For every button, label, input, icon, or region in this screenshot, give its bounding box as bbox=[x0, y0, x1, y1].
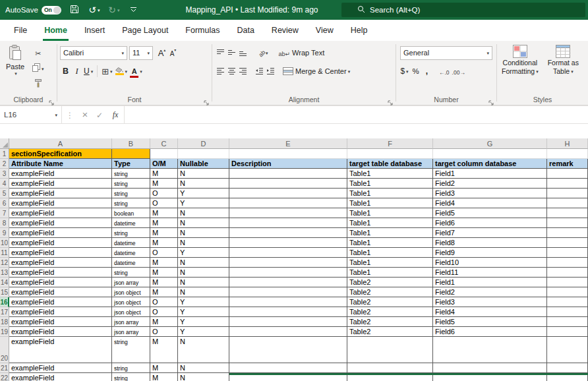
cell-F17[interactable]: Table2 bbox=[347, 307, 433, 317]
cell-B13[interactable]: string bbox=[112, 268, 150, 278]
cell-D9[interactable]: N bbox=[178, 228, 229, 238]
cell-G8[interactable]: Field6 bbox=[433, 218, 547, 228]
row-header-4[interactable]: 4 bbox=[0, 179, 9, 189]
column-header-H[interactable]: H bbox=[547, 138, 588, 149]
cell-H16[interactable] bbox=[547, 297, 588, 307]
cell-E4[interactable] bbox=[229, 179, 347, 189]
cell-C17[interactable]: O bbox=[150, 307, 178, 317]
cell-D13[interactable]: N bbox=[178, 268, 229, 278]
cell-H19[interactable] bbox=[547, 327, 588, 337]
currency-format-button[interactable]: $ bbox=[399, 65, 410, 78]
cell-C7[interactable]: M bbox=[150, 208, 178, 218]
cell-F7[interactable]: Table1 bbox=[347, 208, 433, 218]
cell-G17[interactable]: Field4 bbox=[433, 307, 547, 317]
alignment-dialog-launcher[interactable] bbox=[388, 97, 394, 103]
tab-view[interactable]: View bbox=[307, 20, 342, 41]
cell-G5[interactable]: Field3 bbox=[433, 189, 547, 198]
cell-H9[interactable] bbox=[547, 228, 588, 238]
cell-G1[interactable] bbox=[433, 149, 547, 159]
cell-H17[interactable] bbox=[547, 307, 588, 317]
cell-A2[interactable]: Attribute Name bbox=[9, 159, 112, 169]
font-name-select[interactable]: Calibri bbox=[60, 46, 127, 60]
row-header-17[interactable]: 17 bbox=[0, 307, 9, 317]
percent-format-button[interactable]: % bbox=[410, 65, 421, 78]
cell-B3[interactable]: string bbox=[112, 169, 150, 179]
cell-B7[interactable]: boolean bbox=[112, 208, 150, 218]
cell-C18[interactable]: M bbox=[150, 317, 178, 327]
insert-function-button[interactable]: fx bbox=[107, 110, 124, 120]
save-button[interactable] bbox=[68, 1, 81, 18]
cell-A3[interactable]: exampleField bbox=[9, 169, 112, 179]
cell-G11[interactable]: Field9 bbox=[433, 248, 547, 258]
cell-H10[interactable] bbox=[547, 238, 588, 248]
conditional-formatting-button[interactable]: Conditional Formatting bbox=[497, 44, 543, 94]
cell-E13[interactable] bbox=[229, 268, 347, 278]
cell-F10[interactable]: Table1 bbox=[347, 238, 433, 248]
cell-A14[interactable]: exampleField bbox=[9, 278, 112, 287]
cell-G13[interactable]: Field11 bbox=[433, 268, 547, 278]
cell-C4[interactable]: M bbox=[150, 179, 178, 189]
cell-D19[interactable]: Y bbox=[178, 327, 229, 337]
cell-F4[interactable]: Table1 bbox=[347, 179, 433, 189]
cell-D15[interactable]: N bbox=[178, 287, 229, 297]
cell-H5[interactable] bbox=[547, 189, 588, 198]
row-header-3[interactable]: 3 bbox=[0, 169, 9, 179]
cell-A19[interactable]: exampleField bbox=[9, 327, 112, 337]
cell-E20[interactable] bbox=[229, 337, 347, 363]
cell-C3[interactable]: M bbox=[150, 169, 178, 179]
cell-G15[interactable]: Field2 bbox=[433, 287, 547, 297]
cell-G4[interactable]: Field2 bbox=[433, 179, 547, 189]
cell-A9[interactable]: exampleField bbox=[9, 228, 112, 238]
cell-H4[interactable] bbox=[547, 179, 588, 189]
cell-F8[interactable]: Table1 bbox=[347, 218, 433, 228]
increase-indent-button[interactable] bbox=[265, 65, 276, 78]
tab-data[interactable]: Data bbox=[228, 20, 262, 41]
row-header-8[interactable]: 8 bbox=[0, 218, 9, 228]
cell-F3[interactable]: Table1 bbox=[347, 169, 433, 179]
cell-E19[interactable] bbox=[229, 327, 347, 337]
cell-B4[interactable]: string bbox=[112, 179, 150, 189]
tab-formulas[interactable]: Formulas bbox=[177, 20, 228, 41]
cell-F21[interactable] bbox=[347, 363, 433, 373]
cell-F11[interactable]: Table1 bbox=[347, 248, 433, 258]
cell-D4[interactable]: N bbox=[178, 179, 229, 189]
cell-C11[interactable]: O bbox=[150, 248, 178, 258]
select-all-corner[interactable] bbox=[0, 138, 9, 149]
row-header-18[interactable]: 18 bbox=[0, 317, 9, 327]
cell-A10[interactable]: exampleField bbox=[9, 238, 112, 248]
search-box[interactable]: Search (Alt+Q) bbox=[341, 3, 585, 17]
column-header-A[interactable]: A bbox=[9, 138, 112, 149]
bottom-align-button[interactable] bbox=[237, 46, 249, 59]
orientation-button[interactable] bbox=[256, 46, 270, 59]
cell-F5[interactable]: Table1 bbox=[347, 189, 433, 198]
cell-B6[interactable]: string bbox=[112, 198, 150, 208]
cell-B17[interactable]: json object bbox=[112, 307, 150, 317]
cell-C15[interactable]: M bbox=[150, 287, 178, 297]
cell-H3[interactable] bbox=[547, 169, 588, 179]
document-title[interactable]: Mapping_API • Last Modified: 9m ago bbox=[161, 5, 343, 15]
cell-A8[interactable]: exampleField bbox=[9, 218, 112, 228]
cell-D6[interactable]: Y bbox=[178, 198, 229, 208]
cell-E17[interactable] bbox=[229, 307, 347, 317]
cell-B19[interactable]: json array bbox=[112, 327, 150, 337]
cell-B8[interactable]: datetime bbox=[112, 218, 150, 228]
cell-E5[interactable] bbox=[229, 189, 347, 198]
column-header-D[interactable]: D bbox=[178, 138, 229, 149]
cell-F16[interactable]: Table2 bbox=[347, 297, 433, 307]
format-as-table-button[interactable]: Format as Table bbox=[543, 44, 583, 94]
cell-C2[interactable]: O/M bbox=[150, 159, 178, 169]
borders-button[interactable] bbox=[100, 65, 113, 78]
cell-F12[interactable]: Table1 bbox=[347, 258, 433, 268]
cell-A18[interactable]: exampleField bbox=[9, 317, 112, 327]
number-dialog-launcher[interactable] bbox=[488, 97, 494, 103]
cell-F6[interactable]: Table1 bbox=[347, 198, 433, 208]
copy-button[interactable] bbox=[31, 62, 45, 75]
cell-E11[interactable] bbox=[229, 248, 347, 258]
align-center-button[interactable] bbox=[226, 65, 237, 78]
cell-B21[interactable]: string bbox=[112, 363, 150, 373]
cell-E6[interactable] bbox=[229, 198, 347, 208]
cell-F18[interactable]: Table2 bbox=[347, 317, 433, 327]
cell-D10[interactable]: N bbox=[178, 238, 229, 248]
cell-B15[interactable]: json object bbox=[112, 287, 150, 297]
cell-B1[interactable] bbox=[112, 149, 150, 159]
